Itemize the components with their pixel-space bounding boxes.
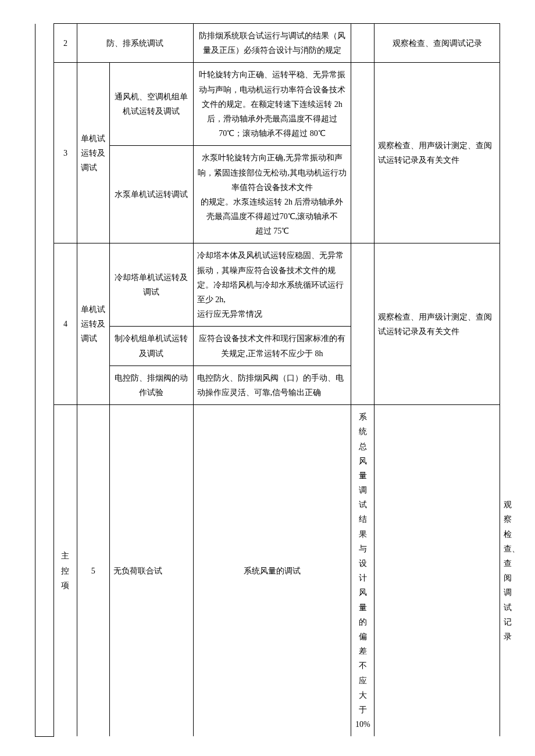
row-number: 2 — [54, 24, 77, 63]
category-cell: 无负荷联合试 — [109, 405, 193, 737]
subitem-name: 制冷机组单机试运转及调试 — [109, 327, 193, 366]
method-cell: 观察检查、用声级计测定、查阅试运转记录及有关文件 — [374, 63, 500, 243]
blank-cell — [351, 63, 374, 243]
category-label: 单机试运转及调试 — [81, 134, 105, 172]
spec-cell: 冷却塔本体及风机试运转应稳固、无异常振动，其噪声应符合设备技术文件的规定。冷却塔… — [193, 243, 351, 327]
test-name: 防、排系统调试 — [77, 24, 193, 63]
spec-cell: 防排烟系统联合试运行与调试的结果（风量及正压）必须符合设计与消防的规定 — [193, 24, 351, 63]
table-row: 4 单机试运转及调试 冷却塔单机试运转及调试 冷却塔本体及风机试运转应稳固、无异… — [35, 243, 500, 327]
subitem-name: 冷却塔单机试运转及调试 — [109, 243, 193, 327]
table-row: 3 单机试运转及调试 通风机、空调机组单机试运转及调试 叶轮旋转方向正确、运转平… — [35, 63, 500, 146]
category-label: 无负荷联合试 — [113, 567, 162, 575]
spec-cell: 应符合设备技术文件和现行国家标准的有关规定,正常运转不应少于 8h — [193, 327, 351, 366]
blank-cell — [351, 24, 374, 63]
spec-cell: 叶轮旋转方向正确、运转平稳、无异常振动与声响，电动机运行功率符合设备技术文件的规… — [193, 63, 351, 146]
subitem-name: 电控防、排烟阀的动作试验 — [109, 366, 193, 404]
category-label: 单机试运转及调试 — [81, 305, 105, 343]
category-cell: 单机试运转及调试 — [77, 243, 109, 405]
spec-cell: 系统总风量调试结果与设计风量的偏差不应大于 10% — [351, 405, 374, 737]
spec-cell: 电控防火、防排烟风阀（口）的手动、电动操作应灵活、可靠,信号输出正确 — [193, 366, 351, 404]
blank-cell — [351, 243, 374, 405]
subitem-name: 水泵单机试运转调试 — [109, 146, 193, 243]
section-cell-empty — [35, 24, 54, 737]
spec-cell: 水泵叶轮旋转方向正确,无异常振动和声响，紧固连接部位无松动,其电动机运行功率值符… — [193, 146, 351, 243]
blank-cell — [374, 405, 500, 737]
method-cell: 观察检查、查阅调试记录 — [374, 24, 500, 63]
section-cell: 主控项 — [54, 405, 77, 737]
table-row: 2 防、排系统调试 防排烟系统联合试运行与调试的结果（风量及正压）必须符合设计与… — [35, 24, 500, 63]
row-number: 3 — [54, 63, 77, 243]
method-cell: 观察检查、用声级计测定、查阅试运转记录及有关文件 — [374, 243, 500, 405]
subitem-name: 系统风量的调试 — [193, 405, 351, 737]
category-cell: 单机试运转及调试 — [77, 63, 109, 243]
subitem-name: 通风机、空调机组单机试运转及调试 — [109, 63, 193, 146]
table-row: 主控项 5 无负荷联合试 系统风量的调试 系统总风量调试结果与设计风量的偏差不应… — [35, 405, 500, 737]
row-number: 4 — [54, 243, 77, 405]
row-number: 5 — [77, 405, 109, 737]
inspection-table: 2 防、排系统调试 防排烟系统联合试运行与调试的结果（风量及正压）必须符合设计与… — [35, 23, 500, 737]
